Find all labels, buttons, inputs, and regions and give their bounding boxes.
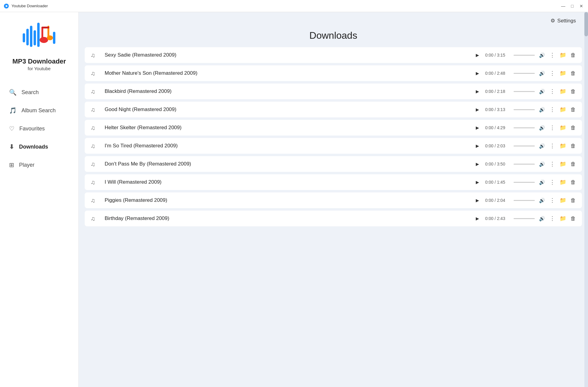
track-controls: ▶ 0:00 / 2:18 🔊 ⋮ 📁 🗑 [474, 88, 576, 95]
more-options-button[interactable]: ⋮ [549, 179, 555, 185]
progress-bar[interactable] [514, 218, 535, 219]
time-display: 0:00 / 4:29 [485, 125, 509, 130]
time-display: 0:00 / 2:43 [485, 216, 509, 221]
delete-button[interactable]: 🗑 [570, 161, 576, 167]
music-note-icon: ♫ [91, 106, 100, 113]
album-search-icon: 🎵 [9, 107, 17, 114]
more-options-button[interactable]: ⋮ [549, 215, 555, 221]
progress-bar[interactable] [514, 55, 535, 56]
settings-button[interactable]: ⚙ Settings [550, 18, 576, 24]
track-name: Piggies (Remastered 2009) [105, 197, 469, 203]
play-button[interactable]: ▶ [474, 197, 481, 204]
track-row: ♫ Sexy Sadie (Remastered 2009) ▶ 0:00 / … [85, 47, 582, 63]
track-controls: ▶ 0:00 / 2:03 🔊 ⋮ 📁 🗑 [474, 142, 576, 149]
more-options-button[interactable]: ⋮ [549, 88, 555, 94]
track-name: Mother Nature's Son (Remastered 2009) [105, 70, 469, 76]
more-options-button[interactable]: ⋮ [549, 107, 555, 113]
settings-label: Settings [557, 18, 576, 24]
scrollbar-thumb[interactable] [584, 12, 588, 36]
track-row: ♫ I'm So Tired (Remastered 2009) ▶ 0:00 … [85, 138, 582, 154]
delete-button[interactable]: 🗑 [570, 125, 576, 131]
volume-icon[interactable]: 🔊 [539, 198, 545, 203]
music-note-icon: ♫ [91, 161, 100, 168]
folder-button[interactable]: 📁 [560, 161, 566, 167]
play-button[interactable]: ▶ [474, 179, 481, 186]
search-icon: 🔍 [9, 89, 17, 96]
maximize-button[interactable]: □ [569, 3, 575, 9]
volume-icon[interactable]: 🔊 [539, 89, 545, 94]
progress-bar[interactable] [514, 127, 535, 128]
volume-icon[interactable]: 🔊 [539, 216, 545, 221]
delete-button[interactable]: 🗑 [570, 88, 576, 95]
folder-button[interactable]: 📁 [560, 197, 566, 204]
progress-bar[interactable] [514, 91, 535, 92]
delete-button[interactable]: 🗑 [570, 70, 576, 77]
play-button[interactable]: ▶ [474, 51, 481, 59]
track-controls: ▶ 0:00 / 2:43 🔊 ⋮ 📁 🗑 [474, 215, 576, 222]
close-button[interactable]: ✕ [578, 3, 584, 9]
downloads-icon: ⬇ [9, 143, 14, 150]
folder-button[interactable]: 📁 [560, 215, 566, 222]
progress-bar[interactable] [514, 182, 535, 183]
folder-button[interactable]: 📁 [560, 106, 566, 113]
sidebar-item-downloads[interactable]: ⬇ Downloads [0, 138, 78, 156]
folder-button[interactable]: 📁 [560, 179, 566, 185]
volume-icon[interactable]: 🔊 [539, 125, 545, 131]
progress-bar[interactable] [514, 200, 535, 201]
play-button[interactable]: ▶ [474, 124, 481, 131]
more-options-button[interactable]: ⋮ [549, 161, 555, 167]
time-display: 0:00 / 2:18 [485, 89, 509, 94]
more-options-button[interactable]: ⋮ [549, 125, 555, 131]
folder-button[interactable]: 📁 [560, 124, 566, 131]
folder-button[interactable]: 📁 [560, 88, 566, 95]
delete-button[interactable]: 🗑 [570, 197, 576, 204]
music-note-icon: ♫ [91, 197, 100, 204]
track-row: ♫ Don't Pass Me By (Remastered 2009) ▶ 0… [85, 156, 582, 172]
delete-button[interactable]: 🗑 [570, 215, 576, 222]
progress-bar[interactable] [514, 109, 535, 110]
more-options-button[interactable]: ⋮ [549, 197, 555, 203]
time-display: 0:00 / 1:45 [485, 180, 509, 185]
progress-bar[interactable] [514, 164, 535, 165]
sidebar-item-player[interactable]: ⊞ Player [0, 156, 78, 174]
volume-icon[interactable]: 🔊 [539, 71, 545, 76]
delete-button[interactable]: 🗑 [570, 107, 576, 113]
main-layout: MP3 Downloader for Youtube 🔍 Search 🎵 Al… [0, 12, 588, 387]
minimize-button[interactable]: — [560, 3, 566, 9]
more-options-button[interactable]: ⋮ [549, 70, 555, 76]
scrollbar-track[interactable] [584, 12, 588, 387]
volume-icon[interactable]: 🔊 [539, 161, 545, 167]
folder-button[interactable]: 📁 [560, 143, 566, 149]
more-options-button[interactable]: ⋮ [549, 52, 555, 58]
settings-gear-icon: ⚙ [550, 18, 555, 24]
play-button[interactable]: ▶ [474, 88, 481, 95]
play-button[interactable]: ▶ [474, 160, 481, 168]
sidebar-item-downloads-label: Downloads [19, 144, 48, 150]
volume-icon[interactable]: 🔊 [539, 107, 545, 113]
track-controls: ▶ 0:00 / 2:48 🔊 ⋮ 📁 🗑 [474, 70, 576, 77]
delete-button[interactable]: 🗑 [570, 52, 576, 58]
play-button[interactable]: ▶ [474, 215, 481, 222]
delete-button[interactable]: 🗑 [570, 143, 576, 149]
volume-icon[interactable]: 🔊 [539, 143, 545, 149]
volume-icon[interactable]: 🔊 [539, 179, 545, 185]
play-button[interactable]: ▶ [474, 70, 481, 77]
volume-icon[interactable]: 🔊 [539, 52, 545, 58]
track-name: Birthday (Remastered 2009) [105, 215, 469, 221]
folder-button[interactable]: 📁 [560, 70, 566, 77]
track-name: I Will (Remastered 2009) [105, 179, 469, 185]
folder-button[interactable]: 📁 [560, 52, 566, 58]
sidebar-item-album-search[interactable]: 🎵 Album Search [0, 101, 78, 120]
svg-rect-10 [41, 27, 43, 41]
track-controls: ▶ 0:00 / 3:13 🔊 ⋮ 📁 🗑 [474, 106, 576, 113]
sidebar-item-search[interactable]: 🔍 Search [0, 83, 78, 101]
sidebar-item-favourites[interactable]: ♡ Favourites [0, 120, 78, 138]
more-options-button[interactable]: ⋮ [549, 143, 555, 149]
track-row: ♫ Blackbird (Remastered 2009) ▶ 0:00 / 2… [85, 84, 582, 99]
play-button[interactable]: ▶ [474, 142, 481, 149]
progress-bar[interactable] [514, 146, 535, 146]
progress-bar[interactable] [514, 73, 535, 74]
play-button[interactable]: ▶ [474, 106, 481, 113]
delete-button[interactable]: 🗑 [570, 179, 576, 185]
logo-container: MP3 Downloader for Youtube [12, 18, 66, 71]
